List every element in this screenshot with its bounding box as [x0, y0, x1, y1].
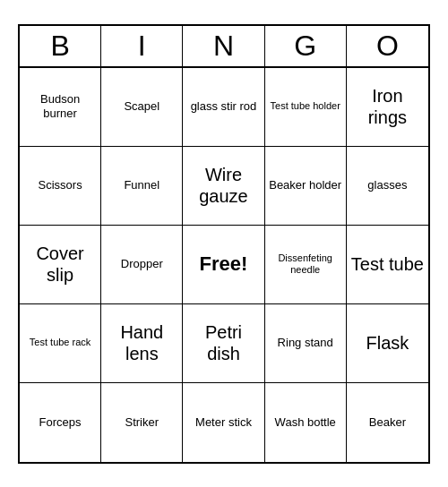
header-letter-b: B [20, 26, 101, 66]
bingo-cell-12: Free! [183, 226, 264, 304]
bingo-cell-19: Flask [347, 304, 428, 383]
header-letter-n: N [183, 26, 264, 66]
bingo-cell-7: Wire gauze [183, 147, 264, 226]
bingo-cell-17: Petri dish [183, 304, 264, 383]
bingo-cell-14: Test tube [347, 226, 428, 304]
bingo-cell-16: Hand lens [101, 304, 183, 383]
bingo-cell-3: Test tube holder [265, 68, 347, 147]
bingo-cell-4: Iron rings [347, 68, 428, 147]
bingo-cell-5: Scissors [20, 147, 101, 226]
bingo-cell-10: Cover slip [20, 226, 101, 304]
bingo-cell-0: Budson burner [20, 68, 101, 147]
bingo-cell-23: Wash bottle [265, 383, 347, 462]
bingo-cell-6: Funnel [101, 147, 183, 226]
bingo-cell-21: Striker [101, 383, 183, 462]
header-letter-i: I [101, 26, 183, 66]
bingo-cell-18: Ring stand [265, 304, 347, 383]
bingo-cell-15: Test tube rack [20, 304, 101, 383]
bingo-card: BINGO Budson burnerScapelglass stir rodT… [18, 24, 430, 464]
bingo-header: BINGO [20, 26, 428, 68]
bingo-grid: Budson burnerScapelglass stir rodTest tu… [20, 68, 428, 462]
bingo-cell-20: Forceps [20, 383, 101, 462]
bingo-cell-11: Dropper [101, 226, 183, 304]
bingo-cell-22: Meter stick [183, 383, 264, 462]
header-letter-o: O [347, 26, 428, 66]
bingo-cell-1: Scapel [101, 68, 183, 147]
bingo-cell-8: Beaker holder [265, 147, 347, 226]
header-letter-g: G [265, 26, 347, 66]
bingo-cell-2: glass stir rod [183, 68, 264, 147]
bingo-cell-24: Beaker [347, 383, 428, 462]
bingo-cell-13: Dissenfeting needle [265, 226, 347, 304]
bingo-cell-9: glasses [347, 147, 428, 226]
